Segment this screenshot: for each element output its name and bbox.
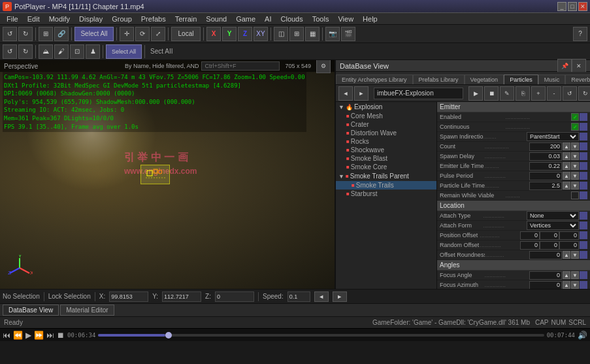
- tab-reverb[interactable]: Reverb Presets: [565, 74, 590, 84]
- y-axis-button[interactable]: Y: [222, 27, 237, 41]
- tree-item-smokeblast[interactable]: ■ Smoke Blast: [336, 154, 436, 163]
- tb2-obj[interactable]: ⊡: [70, 44, 84, 59]
- tree-item-starburst[interactable]: ■ Starburst: [336, 190, 436, 198]
- prop-offrnd-up[interactable]: ▲: [563, 251, 570, 259]
- z-axis-button[interactable]: Z: [238, 27, 252, 41]
- angles-section-header[interactable]: Angles: [437, 260, 590, 271]
- prop-posoff-y[interactable]: [540, 231, 559, 240]
- align-button[interactable]: ◫: [274, 27, 288, 41]
- tab-music[interactable]: Music: [538, 74, 566, 84]
- minimize-button[interactable]: _: [557, 2, 566, 11]
- tab-particles[interactable]: Particles: [504, 74, 538, 84]
- play-button[interactable]: ▶: [25, 331, 31, 340]
- prop-count-down[interactable]: ▼: [571, 142, 579, 150]
- xy-axis-button[interactable]: XY: [254, 27, 268, 41]
- next-track-button[interactable]: ⏭: [46, 331, 54, 340]
- prop-count-input[interactable]: [529, 142, 562, 151]
- scale-button[interactable]: ⤢: [151, 27, 165, 41]
- menu-modify[interactable]: Modify: [45, 14, 74, 24]
- prop-spawn-select[interactable]: ParentStart: [527, 132, 579, 141]
- prop-pulse-slider[interactable]: [580, 172, 587, 180]
- help-button[interactable]: ?: [573, 27, 587, 41]
- prop-spawnd-down[interactable]: ▼: [571, 152, 579, 160]
- stop-button[interactable]: ⏹: [57, 331, 65, 340]
- menu-terrain[interactable]: Terrain: [171, 14, 201, 24]
- prop-attform-slider[interactable]: [580, 222, 587, 229]
- coord-system-select[interactable]: Local: [171, 27, 201, 41]
- tree-item-crater[interactable]: ■ Crater: [336, 120, 436, 129]
- prop-randoff-z[interactable]: [559, 241, 579, 250]
- prop-emlife-up[interactable]: ▲: [563, 162, 570, 170]
- redo-button[interactable]: ↻: [18, 27, 33, 41]
- prop-emlife-input[interactable]: [529, 162, 562, 171]
- prop-spawn-slider[interactable]: [580, 133, 587, 141]
- speed-dec-button[interactable]: ◄: [314, 291, 329, 302]
- snap-button[interactable]: ⊞: [289, 27, 304, 41]
- prop-pulse-up[interactable]: ▲: [563, 172, 570, 180]
- prop-offrnd-input[interactable]: [529, 251, 562, 259]
- prop-spawnd-slider[interactable]: [580, 152, 587, 160]
- tb2-paint[interactable]: 🖌: [54, 44, 69, 59]
- object-mode-button[interactable]: ⊞: [39, 27, 53, 41]
- tab-vegetation[interactable]: Vegetation: [465, 74, 504, 84]
- bottom-tab-material[interactable]: Material Editor: [60, 305, 114, 316]
- prop-emlife-slider[interactable]: [580, 162, 587, 170]
- fx-redo-button[interactable]: ↻: [578, 86, 590, 101]
- close-button[interactable]: ✕: [578, 2, 587, 11]
- prop-remain-checkbox[interactable]: [571, 191, 579, 199]
- rotate-button[interactable]: ⟳: [135, 27, 150, 41]
- panel-pin-button[interactable]: 📌: [557, 59, 572, 73]
- tab-entity-archetypes[interactable]: Entity Archetypes Library: [336, 74, 413, 84]
- viewport[interactable]: Perspective By Name, Hide filtered, AND …: [0, 60, 335, 289]
- fx-add-button[interactable]: +: [531, 86, 546, 101]
- menu-edit[interactable]: Edit: [24, 14, 44, 24]
- tree-group-smoketrailsparent[interactable]: ▼ ■ Smoke Trails Parent: [336, 171, 436, 181]
- prop-posoff-x[interactable]: [520, 231, 540, 240]
- camera-button[interactable]: 📷: [325, 27, 340, 41]
- prop-spawnd-up[interactable]: ▲: [563, 152, 570, 160]
- prev-track-button[interactable]: ⏮: [3, 331, 10, 340]
- prop-remain-slider[interactable]: [580, 191, 587, 199]
- tree-group-explosion[interactable]: ▼ 🔥 Explosion: [336, 102, 436, 112]
- prop-pulse-input[interactable]: [529, 172, 562, 180]
- prop-partlife-slider[interactable]: [580, 182, 587, 190]
- x-axis-button[interactable]: X: [206, 27, 221, 41]
- viewport-settings-button[interactable]: ⚙: [316, 60, 331, 73]
- prop-focaz-slider[interactable]: [580, 281, 587, 289]
- search-input[interactable]: Ctrl+Shift+F: [201, 61, 280, 71]
- prop-attform-select[interactable]: Vertices: [527, 221, 579, 230]
- tree-item-rocks[interactable]: ■ Rocks: [336, 137, 436, 146]
- prop-enabled-checkbox[interactable]: ✓: [571, 113, 579, 121]
- prop-pulse-down[interactable]: ▼: [571, 172, 579, 180]
- fx-copy-button[interactable]: ⎘: [516, 86, 530, 101]
- tb2-entity[interactable]: ♟: [86, 44, 100, 59]
- menu-group[interactable]: Group: [108, 14, 136, 24]
- menu-game[interactable]: Game: [232, 14, 259, 24]
- tb2-btn1[interactable]: ↺: [3, 44, 17, 59]
- fx-play-button[interactable]: ▶: [468, 86, 483, 101]
- prop-atttype-slider[interactable]: [580, 212, 587, 220]
- tree-item-distortionwave[interactable]: ■ Distortion Wave: [336, 129, 436, 137]
- undo-button[interactable]: ↺: [3, 27, 17, 41]
- x-coord-input[interactable]: [109, 291, 148, 302]
- select-all-btn2[interactable]: Select All: [106, 44, 142, 59]
- prop-focang-slider[interactable]: [580, 271, 587, 279]
- prop-focaz-up[interactable]: ▲: [563, 281, 570, 289]
- speed-input[interactable]: [287, 291, 310, 302]
- bottom-tab-database[interactable]: DataBase View: [3, 305, 59, 316]
- fx-edit-button[interactable]: ✎: [500, 86, 514, 101]
- menu-file[interactable]: File: [3, 14, 22, 24]
- prop-posoff-slider[interactable]: [580, 231, 587, 239]
- fx-remove-button[interactable]: -: [547, 86, 561, 101]
- menu-tools[interactable]: Tools: [308, 14, 333, 24]
- tree-item-shockwave[interactable]: ■ Shockwave: [336, 146, 436, 154]
- location-section-header[interactable]: Location: [437, 201, 590, 211]
- fx-next-button[interactable]: ►: [354, 86, 369, 101]
- tree-item-coremesh[interactable]: ■ Core Mesh: [336, 112, 436, 120]
- prop-randoff-y[interactable]: [540, 241, 559, 250]
- tb2-btn2[interactable]: ↻: [18, 44, 33, 59]
- tree-item-smokecore[interactable]: ■ Smoke Core: [336, 163, 436, 171]
- fx-stop-button[interactable]: ⏹: [484, 86, 499, 101]
- fx-prev-button[interactable]: ◄: [338, 86, 353, 101]
- maximize-button[interactable]: □: [568, 2, 577, 11]
